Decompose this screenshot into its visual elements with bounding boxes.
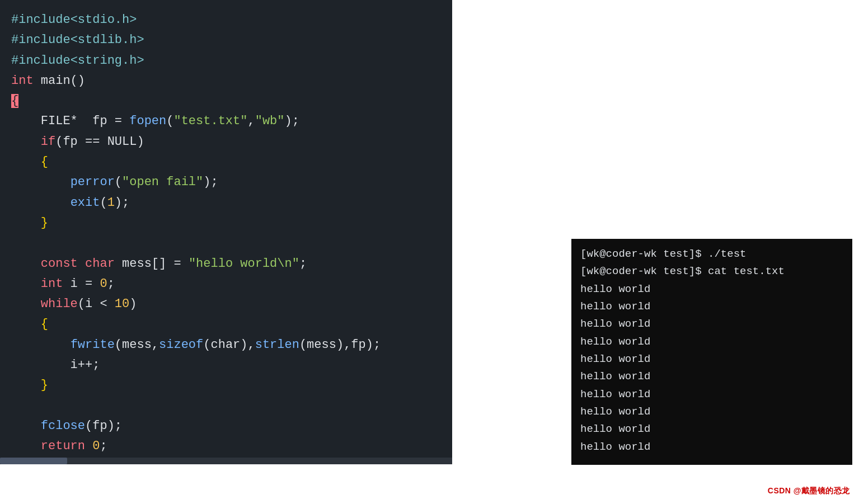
terminal-line: hello world	[580, 333, 843, 351]
code-line-line10: exit(1);	[11, 193, 441, 213]
code-line-line11: }	[11, 213, 441, 233]
terminal-line: hello world	[580, 421, 843, 438]
terminal-line: hello world	[580, 439, 843, 456]
terminal-line: [wk@coder-wk test]$ ./test	[580, 246, 843, 263]
code-line-line12	[11, 233, 441, 253]
code-line-line8: {	[11, 152, 441, 172]
code-line-line19: }	[11, 375, 441, 395]
code-line-line3: #include<string.h>	[11, 51, 441, 71]
code-line-line15: while(i < 10)	[11, 294, 441, 314]
code-line-line14: int i = 0;	[11, 274, 441, 294]
code-line-line16: {	[11, 314, 441, 335]
terminal-line: hello world	[580, 386, 843, 403]
code-line-line13: const char mess[] = "hello world\n";	[11, 254, 441, 274]
code-line-line22: return 0;	[11, 436, 441, 456]
code-line-line20	[11, 396, 441, 416]
terminal-line: hello world	[580, 298, 843, 315]
code-line-line17: fwrite(mess,sizeof(char),strlen(mess),fp…	[11, 335, 441, 355]
code-editor: #include<stdio.h>#include<stdlib.h>#incl…	[0, 0, 452, 464]
scrollbar-thumb[interactable]	[0, 458, 67, 464]
code-line-line6: FILE* fp = fopen("test.txt","wb");	[11, 111, 441, 131]
code-line-line18: i++;	[11, 355, 441, 375]
code-line-line4: int main()	[11, 71, 441, 91]
terminal-line: hello world	[580, 368, 843, 385]
right-panel: [wk@coder-wk test]$ ./test[wk@coder-wk t…	[452, 0, 859, 504]
terminal-line: hello world	[580, 281, 843, 298]
terminal-window: [wk@coder-wk test]$ ./test[wk@coder-wk t…	[571, 239, 852, 465]
code-line-line2: #include<stdlib.h>	[11, 30, 441, 50]
watermark: CSDN @戴墨镜的恐龙	[768, 486, 850, 496]
scrollbar[interactable]	[0, 458, 452, 464]
terminal-line: hello world	[580, 351, 843, 368]
terminal-line: hello world	[580, 403, 843, 421]
code-line-line1: #include<stdio.h>	[11, 10, 441, 30]
code-line-line5: {	[11, 91, 441, 111]
code-line-line21: fclose(fp);	[11, 416, 441, 436]
terminal-line: hello world	[580, 315, 843, 333]
code-line-line7: if(fp == NULL)	[11, 132, 441, 152]
terminal-line: [wk@coder-wk test]$ cat test.txt	[580, 263, 843, 280]
code-line-line9: perror("open fail");	[11, 172, 441, 192]
